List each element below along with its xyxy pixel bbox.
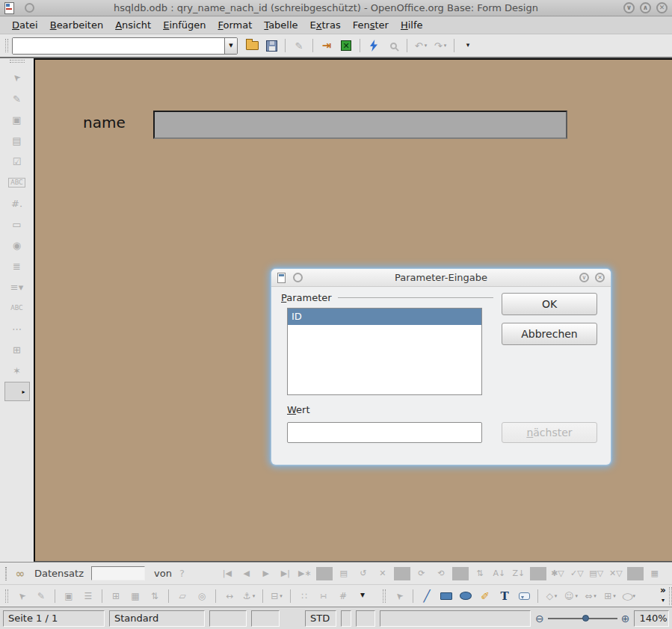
page-cell[interactable]: Seite 1 / 1	[3, 610, 105, 627]
select-icon[interactable]: ➤	[8, 68, 26, 87]
callouts-icon[interactable]: ○▾	[620, 587, 638, 605]
form-navigator-icon[interactable]: ⊞	[107, 587, 125, 605]
style-cell[interactable]: Standard	[109, 610, 205, 627]
form-design-icon[interactable]: ⊞	[8, 340, 26, 359]
toolbar-grip[interactable]	[383, 589, 386, 603]
anchor-icon[interactable]: ⚓▾	[240, 587, 258, 605]
url-input[interactable]	[13, 38, 224, 54]
tab-order-icon[interactable]: ⇅	[146, 587, 164, 605]
maximize-window-button[interactable]: ∧	[640, 2, 651, 13]
menu-item-extras[interactable]: Extras	[304, 18, 347, 32]
close-window-button[interactable]: ✕	[656, 2, 668, 13]
toolbar-grip[interactable]	[5, 567, 7, 580]
toolbar-grip[interactable]	[5, 39, 8, 52]
first-record-icon[interactable]: |◀	[219, 565, 235, 583]
prev-record-icon[interactable]: ◀	[238, 565, 255, 583]
zoom-thumb[interactable]	[582, 615, 589, 622]
open-icon[interactable]	[243, 37, 261, 55]
menu-item-ansicht[interactable]: Ansicht	[109, 18, 157, 32]
parameter-listbox[interactable]: ID	[287, 308, 482, 395]
undo-icon[interactable]: ↶▾	[412, 37, 430, 55]
control-properties-icon[interactable]: ▣	[60, 587, 78, 605]
align-icon[interactable]: ⊟▾	[268, 587, 286, 605]
option-button-icon[interactable]: ◉	[8, 235, 26, 255]
form-icon[interactable]: ▤	[8, 131, 26, 150]
zoom-slider[interactable]: ⊖ ⊕	[535, 613, 629, 625]
formatted-field-icon[interactable]: #.	[8, 193, 26, 213]
toolbar-grip[interactable]	[669, 587, 672, 605]
open-in-design-icon[interactable]: ▱	[173, 587, 191, 605]
toolbar-expand-button[interactable]: » ▾	[657, 586, 669, 605]
menu-item-tabelle[interactable]: Tabelle	[258, 18, 303, 32]
block-arrows-icon[interactable]: ⇔▾	[582, 587, 599, 605]
ok-button[interactable]: OK	[502, 293, 597, 315]
listbox-icon[interactable]: ≣	[8, 256, 26, 276]
select-icon[interactable]: ➤	[390, 587, 408, 605]
pushbutton-icon[interactable]: ▭	[8, 214, 26, 234]
dialog-menu-button[interactable]	[293, 273, 303, 282]
toolbar-overflow-icon[interactable]: ▾	[354, 586, 372, 604]
modified-cell[interactable]	[356, 610, 375, 627]
run-query-icon[interactable]	[365, 37, 383, 55]
record-number-input[interactable]	[91, 566, 145, 580]
wert-input[interactable]	[287, 422, 482, 443]
remove-filter-icon[interactable]: ✕▽	[608, 565, 624, 583]
design-mode-icon[interactable]: ✎	[8, 89, 26, 108]
sort-icon[interactable]: ⇅	[472, 565, 488, 583]
checkbox-icon[interactable]: ☑	[8, 152, 26, 171]
rect-icon[interactable]	[437, 587, 455, 605]
combobox-dropdown-button[interactable]: ▼	[224, 38, 237, 54]
sort-asc-icon[interactable]: A↓	[491, 565, 508, 583]
menu-item-fenster[interactable]: Fenster	[347, 18, 395, 32]
combobox-icon[interactable]: ≡▾	[8, 277, 26, 297]
zoom-in-icon[interactable]: ⊕	[621, 613, 630, 625]
auto-focus-icon[interactable]: ◎	[193, 587, 211, 605]
refresh-icon[interactable]: ⟳	[413, 565, 430, 583]
parameter-list-item[interactable]: ID	[288, 309, 481, 325]
more-controls-icon[interactable]: ⋯	[8, 319, 26, 338]
name-field[interactable]	[153, 111, 567, 139]
auto-filter-icon[interactable]: ✱▽	[549, 565, 566, 583]
show-grid-icon[interactable]: ∷	[295, 587, 313, 605]
control-icon[interactable]: ▣	[8, 110, 26, 129]
redo-icon[interactable]: ↷▾	[431, 37, 449, 55]
menu-item-bearbeiten[interactable]: Bearbeiten	[44, 18, 109, 32]
basic-shapes-icon[interactable]: ◇▾	[543, 587, 561, 605]
url-combobox[interactable]: ▼	[12, 37, 238, 55]
zoom-out-icon[interactable]: ⊖	[535, 613, 544, 625]
delete-record-icon[interactable]: ✕	[374, 565, 391, 583]
position-size-icon[interactable]: ↔	[221, 587, 238, 605]
data-source-table-icon[interactable]: ▦	[647, 565, 663, 583]
next-record-icon[interactable]: ▶	[258, 565, 274, 583]
flowchart-icon[interactable]: ⊞▾	[601, 587, 619, 605]
edit-icon[interactable]: ✎	[290, 37, 308, 55]
menu-item-format[interactable]: Format	[212, 18, 259, 32]
table-x-icon[interactable]: ✕	[337, 37, 355, 55]
save-record-icon[interactable]: ▤	[336, 565, 352, 583]
zoom-track[interactable]	[548, 618, 617, 619]
shade-window-button[interactable]: ∨	[623, 2, 635, 13]
menu-item-hilfe[interactable]: Hilfe	[395, 18, 429, 32]
wizard-icon[interactable]: ✶	[8, 361, 26, 380]
callout-icon[interactable]	[515, 587, 533, 605]
cancel-button[interactable]: Abbrechen	[502, 323, 597, 345]
form-properties-icon[interactable]: ☰	[79, 587, 97, 605]
last-record-icon[interactable]: ▶|	[277, 565, 294, 583]
find-record-icon[interactable]: ∞	[11, 565, 29, 583]
new-record-icon[interactable]: ▶∗	[297, 565, 313, 583]
text-icon[interactable]: T	[496, 587, 514, 605]
close-dialog-button[interactable]: ✕	[595, 273, 605, 282]
menu-item-datei[interactable]: Datei	[6, 18, 44, 32]
ellipse-icon[interactable]	[457, 587, 475, 605]
sort-desc-icon[interactable]: Z↓	[511, 565, 527, 583]
form-filter-icon[interactable]: ▤▽	[588, 565, 605, 583]
textbox-icon[interactable]: ABC	[8, 173, 26, 192]
zoom-percent-cell[interactable]: 140%	[634, 610, 669, 627]
apply-filter-icon[interactable]: ✓▽	[569, 565, 585, 583]
rollup-dialog-button[interactable]: ∨	[579, 273, 589, 282]
refresh-control-icon[interactable]: ⟲	[433, 565, 449, 583]
toolbar-overflow-icon[interactable]: ▾	[459, 36, 477, 54]
insert-mode-cell[interactable]: STD	[305, 610, 336, 627]
label-icon[interactable]: ABC	[8, 298, 26, 317]
more-tools-button[interactable]: ▸	[4, 382, 30, 401]
